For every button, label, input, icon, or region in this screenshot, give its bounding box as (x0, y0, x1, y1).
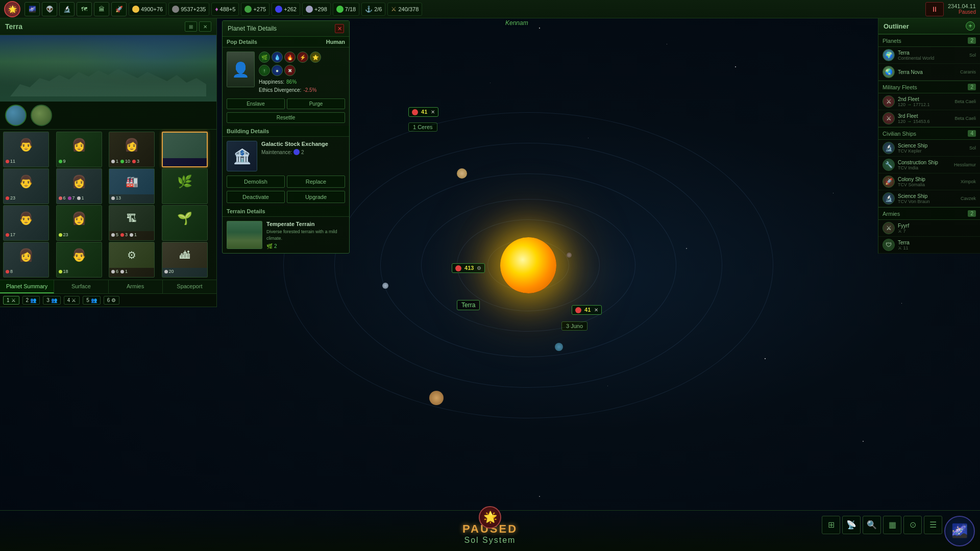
pop-trait-icon-1[interactable]: 💧 (272, 52, 283, 63)
pause-button[interactable]: ⏸ (925, 2, 944, 16)
pop-trait-icon-2[interactable]: 🔥 (284, 52, 296, 63)
stat-val: 10 (125, 159, 130, 164)
upgrade-button[interactable]: Upgrade (287, 191, 345, 203)
galaxy-map-btn[interactable]: 🌌 (24, 2, 40, 16)
outliner-settings-btn[interactable]: + (966, 21, 975, 31)
purge-button[interactable]: Purge (287, 98, 345, 109)
zoom-btn[interactable]: 🔍 (863, 516, 881, 534)
pop-trait-icon-0[interactable]: 🌿 (259, 52, 270, 63)
replace-button[interactable]: Replace (287, 176, 345, 188)
pop-trait-icon-7[interactable]: ✖ (284, 65, 296, 76)
page-indicator-3[interactable]: 3 👥 (43, 296, 61, 305)
outliner-item-terra[interactable]: 🌍 Terra Continental World Sol (878, 47, 980, 64)
outliner-item-science1[interactable]: 🔬 Science Ship TCV Kepler Sol (878, 140, 980, 157)
page-indicator-6[interactable]: 6 ⚙ (104, 296, 120, 305)
tile-cell-14[interactable]: ⚙ 6 1 (109, 242, 155, 278)
contacts-btn[interactable]: 📡 (842, 516, 861, 534)
tile-building-img-3: 🏗 (109, 206, 154, 231)
tile-cell-10[interactable]: 🏗 5 3 1 (109, 205, 155, 241)
pop-trait-icon-5[interactable]: ↑ (259, 65, 270, 76)
outliner-item-3rdfleet[interactable]: ⚔ 3rd Fleet 120 → 15453.6 Beta Caeli (878, 110, 980, 127)
tile-cell-12[interactable]: 👩 8 (3, 242, 49, 278)
tile-cell-3[interactable] (162, 132, 208, 167)
bottom-right-icons: ⊞ 📡 🔍 ▦ ⊙ ☰ 🌌 (822, 516, 975, 546)
bottom-logo-btn[interactable]: 🌟 (479, 506, 501, 529)
planets-count-badge: 2 (968, 37, 976, 44)
map-btn[interactable]: 🗺 (77, 2, 92, 16)
pops-value: 7/18 (345, 6, 356, 12)
resource-food: +275 (241, 3, 270, 16)
tile-detail-close[interactable]: ✕ (335, 24, 344, 33)
fleet-btn[interactable]: 🚀 (111, 2, 127, 16)
tile-cell-7[interactable]: 🌿 (162, 168, 208, 204)
outliner-item-2ndfleet[interactable]: ⚔ 2nd Fleet 120 → 17712.1 Beta Caeli (878, 93, 980, 110)
outliner-section-armies[interactable]: Armies 2 (878, 207, 980, 220)
stat-dot (111, 196, 115, 200)
menu-btn[interactable]: ☰ (924, 516, 942, 534)
tab-planet-summary[interactable]: Planet Summary (0, 280, 54, 293)
page-indicator-5[interactable]: 5 👥 (83, 296, 101, 305)
planet-thumb-2[interactable] (31, 105, 52, 126)
app-logo[interactable]: 🌟 (4, 1, 20, 17)
tile-cell-9[interactable]: 👩 23 (56, 205, 102, 241)
minimap-toggle-btn[interactable]: ⊞ (822, 516, 840, 534)
enslave-button[interactable]: Enslave (227, 98, 285, 109)
fleet-marker-2[interactable]: 413 ⚙ (452, 263, 485, 273)
species-btn[interactable]: 👽 (42, 2, 57, 16)
outliner-item-terra-army[interactable]: 🛡 Terra ⚔ 11 (878, 237, 980, 254)
stat-val: 23 (10, 195, 15, 201)
pop-action-buttons: Enslave Purge (223, 98, 349, 112)
planet-panel-close[interactable]: ✕ (199, 21, 211, 32)
tile-cell-5[interactable]: 👩 6 7 1 (56, 168, 102, 204)
tile-cell-0[interactable]: 👨 11 (3, 132, 49, 167)
date-display: 2341.04.11 Paused (948, 3, 976, 15)
tab-surface[interactable]: Surface (54, 280, 108, 293)
outliner-item-colony[interactable]: 🚀 Colony Ship TCV Somalia Ximpok (878, 173, 980, 190)
outliner-fyyrf-name: Fyyrf (898, 223, 976, 229)
tile-cell-15[interactable]: 🏙 20 (162, 242, 208, 278)
tile-cell-8[interactable]: 👨 17 (3, 205, 49, 241)
outliner-section-military[interactable]: Military Fleets 2 (878, 81, 980, 93)
galaxy-view-btn[interactable]: 🌌 (944, 516, 975, 546)
page-indicator-4[interactable]: 4 ⚔ (64, 296, 80, 305)
planet-thumb-1[interactable] (5, 105, 27, 126)
outliner-section-civilian[interactable]: Civilian Ships 4 (878, 127, 980, 140)
terra-planet[interactable] (555, 343, 563, 351)
tile-cell-4[interactable]: 👨 23 (3, 168, 49, 204)
tile-cell-1[interactable]: 👩 9 (56, 132, 102, 167)
outliner-item-fyyrf[interactable]: ⚔ Fyyrf ⚔ 7 (878, 220, 980, 237)
tab-spaceport[interactable]: Spaceport (163, 280, 216, 293)
resettle-button[interactable]: Resettle (227, 112, 345, 123)
center-btn[interactable]: ⊙ (903, 516, 922, 534)
filter-btn[interactable]: ▦ (883, 516, 901, 534)
tile-cell-6[interactable]: 🏭 13 (109, 168, 155, 204)
pop-trait-icon-3[interactable]: ⚡ (297, 52, 308, 63)
pop-details-content: 👤 🌿 💧 🔥 ⚡ ⭐ ↑ ● ✖ Happiness: 86% (223, 47, 349, 98)
demolish-button[interactable]: Demolish (227, 176, 285, 188)
tile-cell-2[interactable]: 👩 1 10 3 (109, 132, 155, 167)
pop-trait-icon-6[interactable]: ● (272, 65, 283, 76)
page-indicator-2[interactable]: 2 👥 (22, 296, 40, 305)
pop-portrait-inner: 👤 (227, 52, 254, 87)
outliner-section-planets[interactable]: Planets 2 (878, 34, 980, 47)
outliner-item-terranova[interactable]: 🌏 Terra Nova Caranis (878, 64, 980, 81)
terrain-type: Temperate Terrain (266, 221, 345, 227)
fleet-marker-3[interactable]: 41 ✕ (572, 305, 602, 315)
minerals-icon (172, 6, 179, 13)
tile-stats-13: 18 (57, 268, 102, 275)
technology-btn[interactable]: 🔬 (59, 2, 75, 16)
tile-cell-13[interactable]: 👨 18 (56, 242, 102, 278)
page-indicator-1[interactable]: 1 ⚔ (3, 296, 19, 305)
terra-label[interactable]: Terra (457, 300, 480, 310)
tab-armies[interactable]: Armies (109, 280, 163, 293)
politics-btn[interactable]: 🏛 (94, 2, 109, 16)
deactivate-button[interactable]: Deactivate (227, 191, 285, 203)
tile-cell-11[interactable]: 🌱 (162, 205, 208, 241)
outliner-item-construction[interactable]: 🔧 Construction Ship TCV India Hesslamur (878, 157, 980, 173)
jupiter-like (429, 391, 444, 405)
pop-trait-icon-4[interactable]: ⭐ (310, 52, 321, 63)
terrain-description: Diverse forested terrain with a mild cli… (266, 229, 345, 241)
planet-view-toggle[interactable]: ⊞ (185, 21, 197, 32)
fleet-marker-1[interactable]: 41 ✕ (408, 107, 438, 117)
outliner-item-science2[interactable]: 🔬 Science Ship TCV Von Braun Cavzek (878, 190, 980, 207)
